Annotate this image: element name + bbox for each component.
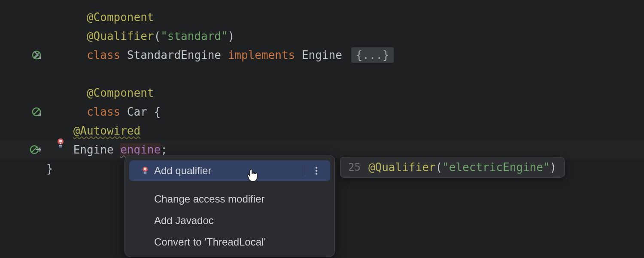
svg-point-18: [316, 173, 317, 175]
intention-item-convert-threadlocal[interactable]: Convert to 'ThreadLocal': [129, 232, 330, 252]
intention-item-add-qualifier[interactable]: Add qualifier: [129, 160, 330, 181]
error-bulb-icon: [139, 166, 152, 175]
type-name: Engine: [73, 143, 114, 156]
autowire-gutter-icon[interactable]: [30, 145, 41, 154]
more-options-icon[interactable]: [311, 166, 322, 175]
gutter[interactable]: [0, 107, 46, 117]
intention-bulb-icon[interactable]: [55, 138, 66, 149]
code-line: class Car {: [0, 102, 644, 121]
intention-item-add-javadoc[interactable]: Add Javadoc: [129, 210, 330, 231]
svg-rect-10: [59, 147, 62, 147]
svg-point-17: [316, 170, 317, 172]
svg-rect-12: [144, 168, 146, 170]
intention-item-label: Change access modifier: [154, 193, 322, 205]
svg-rect-8: [60, 143, 61, 144]
svg-rect-13: [145, 170, 146, 172]
bean-gutter-icon[interactable]: [32, 107, 41, 117]
brace: {: [154, 105, 161, 118]
brace: }: [46, 162, 53, 175]
preview-string: "electricEngine": [442, 161, 550, 174]
code-editor[interactable]: @Component @Qualifier("standard") class …: [0, 0, 644, 178]
svg-point-16: [316, 167, 317, 169]
gutter[interactable]: [0, 50, 46, 60]
fold-chevron-icon[interactable]: [33, 25, 87, 85]
code-line: @Autowired: [0, 121, 644, 140]
intention-item-label: Convert to 'ThreadLocal': [154, 236, 322, 248]
preview-annotation: @Qualifier: [368, 161, 436, 174]
popup-gap: [125, 182, 334, 188]
keyword: class: [87, 105, 120, 118]
svg-line-3: [33, 109, 39, 115]
preview-punct: (: [435, 161, 442, 174]
punct: ;: [161, 143, 167, 156]
type-name: StandardEngine: [127, 49, 221, 61]
preview-punct: ): [550, 161, 557, 174]
svg-rect-15: [144, 173, 147, 174]
type-name: Engine: [302, 49, 342, 61]
intention-item-label: Add qualifier: [154, 165, 301, 177]
svg-rect-7: [59, 140, 62, 142]
keyword: implements: [228, 49, 295, 61]
svg-rect-9: [59, 145, 62, 146]
intention-popup[interactable]: Add qualifier Change access modifier Add…: [125, 155, 335, 257]
gutter[interactable]: [0, 145, 46, 154]
folded-region[interactable]: {...}: [351, 47, 393, 63]
code-line: class StandardEngine implements Engine {…: [0, 46, 644, 64]
field-name: engine: [120, 143, 161, 156]
annotation: @Autowired: [73, 124, 141, 137]
intention-item-change-access[interactable]: Change access modifier: [129, 189, 330, 209]
intention-item-label: Add Javadoc: [154, 215, 322, 227]
preview-line-number: 25: [348, 161, 361, 173]
separator: [305, 165, 305, 176]
keyword: class: [87, 49, 120, 61]
svg-rect-14: [144, 172, 147, 173]
quickfix-preview-tooltip: 25 @Qualifier("electricEngine"): [340, 157, 565, 178]
type-name: Car: [127, 105, 147, 118]
